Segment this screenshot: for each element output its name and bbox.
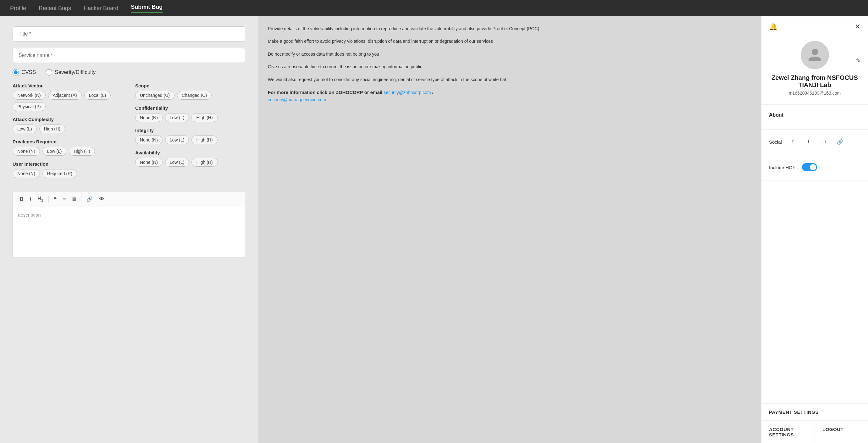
- confidentiality-tags: None (N) Low (L) High (H): [135, 113, 245, 122]
- tag-avail-low[interactable]: Low (L): [165, 158, 189, 167]
- facebook-icon[interactable]: f: [788, 137, 798, 147]
- tag-scope-unchanged[interactable]: Unchanged (U): [135, 91, 175, 100]
- cvss-radio-option[interactable]: CVSS: [12, 69, 36, 75]
- navbar: Profile Recent Bugs Hacker Board Submit …: [0, 0, 868, 17]
- social-label: Social: [769, 139, 782, 145]
- info-para-1: Provide details of the vulnerability inc…: [268, 25, 751, 32]
- tag-conf-low[interactable]: Low (L): [165, 113, 189, 122]
- user-name: Zewei Zhang from NSFOCUS TIANJI Lab: [769, 74, 861, 89]
- tag-complexity-low[interactable]: Low (L): [12, 125, 37, 133]
- severity-radio-option[interactable]: Severity/Difficulty: [46, 69, 96, 75]
- info-para-5: We would also request you not to conside…: [268, 76, 751, 83]
- tag-conf-high[interactable]: High (H): [191, 113, 217, 122]
- privileges-required-tags: None (N) Low (L) High (H): [12, 147, 123, 156]
- nav-profile[interactable]: Profile: [10, 5, 26, 12]
- payment-settings-button[interactable]: PAYMENT SETTINGS: [762, 404, 868, 421]
- tag-conf-none[interactable]: None (N): [135, 113, 162, 122]
- avatar-icon: [807, 47, 823, 63]
- toolbar-sep-2: [81, 196, 82, 202]
- info-email1[interactable]: security@zohocorp.com: [383, 90, 431, 95]
- twitter-icon[interactable]: t: [804, 137, 813, 147]
- about-section: About: [762, 108, 868, 125]
- tag-ui-required[interactable]: Required (R): [42, 169, 77, 178]
- cvss-label: CVSS: [21, 69, 36, 75]
- toolbar-bold[interactable]: B: [17, 195, 26, 203]
- tag-physical-p[interactable]: Physical (P): [12, 102, 45, 111]
- hof-toggle[interactable]: [802, 163, 817, 171]
- toolbar-ordered-list[interactable]: ≣: [69, 195, 79, 203]
- tag-complexity-high[interactable]: High (H): [39, 125, 65, 133]
- tag-priv-low[interactable]: Low (L): [42, 147, 67, 156]
- info-slash: /: [432, 90, 434, 95]
- service-name-input[interactable]: [12, 48, 245, 63]
- info-para-2: Make a good faith effort to avoid privac…: [268, 38, 751, 45]
- toolbar-unordered-list[interactable]: ≡: [60, 195, 68, 203]
- toolbar-link[interactable]: 🔗: [84, 195, 95, 203]
- attack-vector-tags: Network (N) Adjacent (A) Local (L) Physi…: [12, 91, 123, 111]
- account-logout-row: ACCOUNT SETTINGS LOGOUT: [762, 421, 868, 443]
- tag-priv-none[interactable]: None (N): [12, 147, 40, 156]
- toolbar-preview[interactable]: 👁: [96, 195, 106, 203]
- tag-local-l[interactable]: Local (L): [84, 91, 111, 100]
- tag-adjacent-a[interactable]: Adjacent (A): [48, 91, 82, 100]
- tag-avail-none[interactable]: None (N): [135, 158, 162, 167]
- toolbar-blockquote[interactable]: ❝: [51, 195, 59, 203]
- tag-scope-changed[interactable]: Changed (C): [177, 91, 212, 100]
- tag-network-n[interactable]: Network (N): [12, 91, 45, 100]
- avatar: [801, 41, 829, 69]
- tag-ui-none[interactable]: None (N): [12, 169, 40, 178]
- info-section: Provide details of the vulnerability inc…: [258, 17, 761, 443]
- logout-button[interactable]: LOGOUT: [815, 421, 868, 443]
- toolbar-heading[interactable]: H1: [35, 195, 46, 204]
- link-icon[interactable]: 🔗: [835, 137, 845, 147]
- title-input[interactable]: [12, 26, 245, 41]
- social-row: Social f t in 🔗: [769, 137, 861, 147]
- editor-body[interactable]: description: [13, 207, 245, 257]
- integrity-group: Integrity None (N) Low (L) High (H): [135, 128, 245, 144]
- account-settings-button[interactable]: ACCOUNT SETTINGS: [762, 421, 815, 443]
- nav-hacker-board[interactable]: Hacker Board: [84, 5, 118, 12]
- availability-tags: None (N) Low (L) High (H): [135, 158, 245, 167]
- tag-int-none[interactable]: None (N): [135, 135, 162, 144]
- attack-vector-label: Attack Vector: [12, 83, 123, 88]
- linkedin-icon[interactable]: in: [819, 137, 829, 147]
- user-interaction-tags: None (N) Required (R): [12, 169, 123, 178]
- toolbar-italic[interactable]: I: [27, 195, 34, 203]
- confidentiality-group: Confidentiality None (N) Low (L) High (H…: [135, 105, 245, 122]
- cvss-radio[interactable]: [12, 69, 19, 75]
- info-para-3: Do not modify or access data that does n…: [268, 51, 751, 58]
- nav-submit-bug[interactable]: Submit Bug: [131, 4, 162, 12]
- attack-complexity-group: Attack Complexity Low (L) High (H): [12, 117, 123, 133]
- confidentiality-label: Confidentiality: [135, 105, 245, 111]
- privileges-required-label: Privileges Required: [12, 139, 123, 144]
- divider-3: [762, 154, 868, 154]
- form-section: CVSS Severity/Difficulty Attack Vector N…: [0, 17, 258, 443]
- attack-vector-group: Attack Vector Network (N) Adjacent (A) L…: [12, 83, 123, 111]
- scope-group: Scope Unchanged (U) Changed (C): [135, 83, 245, 100]
- info-email2[interactable]: security@manageengine.com: [268, 97, 326, 102]
- bell-icon[interactable]: 🔔: [769, 23, 777, 31]
- user-interaction-group: User Interaction None (N) Required (R): [12, 161, 123, 178]
- tag-int-low[interactable]: Low (L): [165, 135, 189, 144]
- scope-tags: Unchanged (U) Changed (C): [135, 91, 245, 100]
- radio-group: CVSS Severity/Difficulty: [12, 69, 245, 75]
- social-section: Social f t in 🔗: [762, 133, 868, 150]
- tag-priv-high[interactable]: High (H): [69, 147, 95, 156]
- availability-group: Availability None (N) Low (L) High (H): [135, 150, 245, 167]
- edit-profile-icon[interactable]: ✎: [856, 57, 861, 64]
- avatar-area: Zewei Zhang from NSFOCUS TIANJI Lab m166…: [762, 36, 868, 101]
- user-email: m16620346139@163.com: [789, 91, 841, 96]
- info-cta: For more information click on ZOHOCORP o…: [268, 89, 751, 103]
- nav-recent-bugs[interactable]: Recent Bugs: [39, 5, 71, 12]
- cvss-grid: Attack Vector Network (N) Adjacent (A) L…: [12, 83, 245, 184]
- user-interaction-label: User Interaction: [12, 161, 123, 167]
- hof-row: Include HOF :: [762, 158, 868, 177]
- panel-actions: PAYMENT SETTINGS ACCOUNT SETTINGS LOGOUT: [762, 403, 868, 443]
- severity-radio[interactable]: [46, 69, 52, 75]
- tag-avail-high[interactable]: High (H): [191, 158, 217, 167]
- attack-complexity-label: Attack Complexity: [12, 117, 123, 122]
- attack-complexity-tags: Low (L) High (H): [12, 125, 123, 133]
- close-icon[interactable]: ✕: [855, 23, 861, 31]
- tag-int-high[interactable]: High (H): [191, 135, 217, 144]
- toggle-knob: [810, 164, 816, 170]
